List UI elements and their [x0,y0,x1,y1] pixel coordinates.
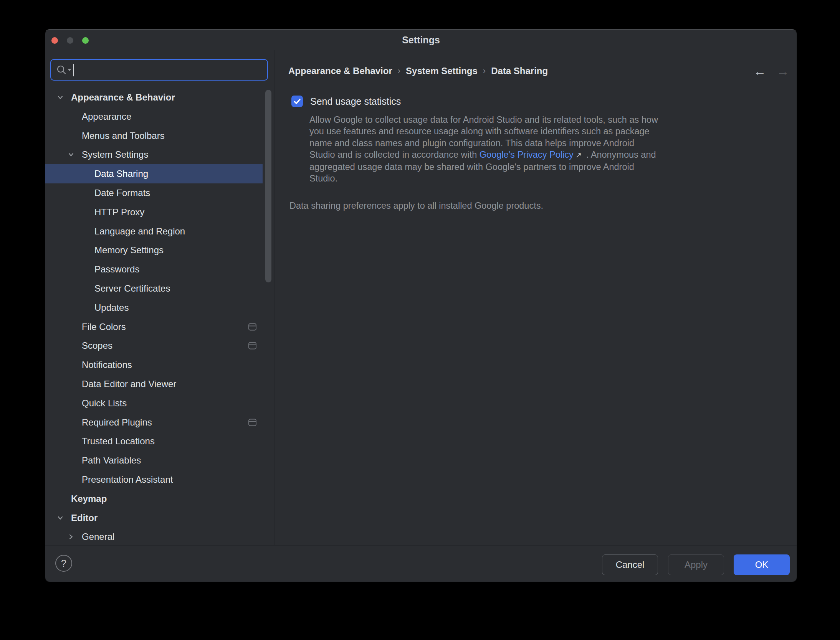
sidebar-item-data-editor-and-viewer[interactable]: Data Editor and Viewer [45,374,274,394]
sidebar-item-server-certificates[interactable]: Server Certificates [45,279,274,298]
sidebar-item-appearance[interactable]: Appearance [45,107,274,126]
sidebar-item-label: Language and Region [94,226,185,237]
search-options-dropdown-icon [68,69,71,71]
sidebar-item-label: System Settings [82,149,148,160]
project-window-icon [248,419,256,426]
back-arrow-icon[interactable]: ← [751,64,769,79]
sidebar-item-quick-lists[interactable]: Quick Lists [45,394,274,413]
selected-row-highlight [45,164,263,183]
sidebar-item-label: Required Plugins [82,417,152,428]
sidebar-item-updates[interactable]: Updates [45,298,274,317]
sidebar-item-notifications[interactable]: Notifications [45,355,274,374]
sidebar-item-scopes[interactable]: Scopes [45,336,274,355]
breadcrumb: Appearance & Behavior›System Settings›Da… [288,66,548,76]
text-caret [73,64,74,76]
sidebar-item-label: Date Formats [94,188,150,198]
sidebar-item-label: Appearance & Behavior [71,92,175,103]
chevron-down-icon[interactable] [66,150,76,159]
search-field[interactable] [50,59,268,81]
search-icon[interactable] [56,64,73,76]
breadcrumb-item-appearance-behavior[interactable]: Appearance & Behavior [288,66,392,76]
external-link-icon: ↗ [575,151,582,159]
project-window-icon [248,342,256,350]
breadcrumb-item-system-settings[interactable]: System Settings [406,66,478,76]
sidebar-item-label: Appearance [82,111,131,122]
sidebar-item-label: Scopes [82,340,112,351]
ok-button[interactable]: OK [734,554,790,575]
sidebar-item-label: Menus and Toolbars [82,130,165,141]
sidebar-item-required-plugins[interactable]: Required Plugins [45,413,274,432]
usage-statistics-description: Allow Google to collect usage data for A… [309,114,697,184]
privacy-policy-link[interactable]: Google's Privacy Policy [480,150,574,160]
sidebar-item-passwords[interactable]: Passwords [45,260,274,279]
sidebar-item-language-and-region[interactable]: Language and Region [45,222,274,241]
sidebar-item-label: HTTP Proxy [94,207,144,218]
sidebar-item-keymap[interactable]: Keymap [45,489,274,508]
sidebar-scrollbar-thumb[interactable] [265,90,271,282]
project-window-icon [248,323,256,330]
send-usage-statistics-checkbox[interactable] [291,96,303,107]
sidebar-item-http-proxy[interactable]: HTTP Proxy [45,203,274,222]
sidebar-item-trusted-locations[interactable]: Trusted Locations [45,432,274,451]
sidebar-item-label: General [82,531,114,542]
sidebar-item-date-formats[interactable]: Date Formats [45,183,274,203]
settings-window: Settings Appearance & Behavior Appearanc… [45,29,797,582]
chevron-right-icon[interactable] [66,532,76,541]
sidebar-item-path-variables[interactable]: Path Variables [45,451,274,470]
sidebar-item-file-colors[interactable]: File Colors [45,317,274,336]
sidebar-item-editor[interactable]: Editor [45,508,274,528]
sidebar-item-label: Keymap [71,493,107,504]
sidebar-item-memory-settings[interactable]: Memory Settings [45,241,274,260]
chevron-down-icon[interactable] [56,513,65,523]
sidebar-item-label: Passwords [94,264,139,275]
apply-button[interactable]: Apply [668,554,724,575]
settings-tree: Appearance & Behavior Appearance Menus a… [45,88,274,545]
sidebar-item-label: Quick Lists [82,398,127,409]
data-sharing-note: Data sharing preferences apply to all in… [289,201,543,211]
sidebar-item-label: Presentation Assistant [82,474,173,485]
breadcrumb-separator: › [478,66,491,76]
chevron-down-icon[interactable] [56,93,65,102]
sidebar-divider [274,50,274,545]
sidebar-item-data-sharing[interactable]: Data Sharing [45,164,274,183]
sidebar-item-label: Notifications [82,360,132,370]
sidebar-item-label: Memory Settings [94,245,164,256]
sidebar-item-label: Editor [71,513,98,523]
forward-arrow-icon[interactable]: → [774,64,792,79]
checkmark-icon [291,96,303,107]
sidebar-item-general[interactable]: General [45,527,274,545]
window-title: Settings [45,35,797,46]
sidebar-item-system-settings[interactable]: System Settings [45,145,274,164]
sidebar-item-label: Trusted Locations [82,436,155,447]
breadcrumb-separator: › [392,66,406,76]
cancel-button[interactable]: Cancel [602,554,658,575]
sidebar-item-menus-and-toolbars[interactable]: Menus and Toolbars [45,126,274,145]
sidebar-item-label: Server Certificates [94,283,170,294]
breadcrumb-item-data-sharing[interactable]: Data Sharing [491,66,548,76]
sidebar-item-label: Data Editor and Viewer [82,379,176,389]
sidebar-item-label: Path Variables [82,455,141,466]
sidebar-item-appearance-behavior[interactable]: Appearance & Behavior [45,88,274,107]
question-mark-icon: ? [61,558,66,569]
search-input[interactable] [78,61,264,79]
help-button[interactable]: ? [55,555,72,572]
sidebar-item-label: File Colors [82,322,126,332]
sidebar-item-label: Data Sharing [94,168,148,179]
send-usage-statistics-label: Send usage statistics [310,96,401,107]
footer-divider [45,545,797,546]
sidebar-item-presentation-assistant[interactable]: Presentation Assistant [45,470,274,489]
sidebar-item-label: Updates [94,302,129,313]
